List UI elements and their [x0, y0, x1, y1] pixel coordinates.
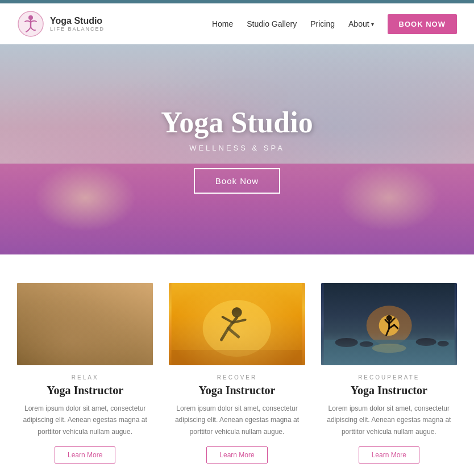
svg-point-24	[359, 341, 373, 347]
svg-rect-6	[117, 283, 125, 365]
svg-rect-17	[172, 350, 302, 365]
nav-link-home[interactable]: Home	[212, 19, 233, 28]
svg-point-26	[437, 341, 448, 346]
card-1-tag: RELAX	[72, 374, 99, 381]
navbar: Yoga Studio LIFE BALANCED Home Studio Ga…	[0, 3, 474, 44]
svg-point-23	[335, 338, 357, 347]
card-2-illustration	[169, 283, 305, 365]
nav-link-studio-gallery[interactable]: Studio Gallery	[247, 19, 297, 28]
card-3: RECOUPERATE Yoga Instructor Lorem ipsum …	[321, 283, 457, 464]
card-2: RECOVER Yoga Instructor Lorem ipsum dolo…	[169, 283, 305, 464]
hero-hands-left	[34, 164, 136, 232]
card-1: RELAX Yoga Instructor Lorem ipsum dolor …	[17, 283, 153, 464]
svg-line-15	[222, 328, 228, 340]
cards-section: RELAX Yoga Instructor Lorem ipsum dolor …	[0, 254, 474, 476]
svg-line-14	[233, 320, 246, 323]
card-3-desc: Lorem ipsum dolor sit amet, consectetur …	[321, 403, 457, 437]
card-3-title: Yoga Instructor	[351, 384, 427, 397]
svg-rect-4	[20, 283, 151, 365]
svg-line-16	[228, 328, 239, 337]
card-1-desc: Lorem ipsum dolor sit amet, consectetur …	[17, 403, 153, 437]
svg-point-25	[415, 338, 436, 346]
nav-link-pricing[interactable]: Pricing	[310, 19, 335, 28]
logo-title: Yoga Studio	[50, 16, 105, 26]
card-3-tag: RECOUPERATE	[358, 374, 419, 381]
card-image-3	[321, 283, 457, 365]
hero-hands-right	[338, 164, 440, 232]
cards-grid: RELAX Yoga Instructor Lorem ipsum dolor …	[17, 283, 457, 464]
card-image-1	[17, 283, 153, 365]
svg-rect-21	[323, 340, 454, 365]
svg-point-11	[232, 307, 242, 318]
svg-point-8	[59, 307, 72, 321]
svg-line-12	[228, 318, 237, 328]
card-3-illustration	[321, 283, 457, 365]
svg-point-22	[372, 344, 406, 353]
book-now-button[interactable]: BOOK NOW	[388, 14, 457, 34]
card-1-illustration	[17, 283, 153, 365]
card-2-title: Yoga Instructor	[198, 384, 275, 397]
hero-book-button[interactable]: Book Now	[194, 168, 280, 194]
logo-icon	[17, 10, 44, 37]
logo-subtitle: LIFE BALANCED	[50, 26, 105, 32]
hero-section: Yoga Studio WELLNESS & SPA Book Now	[0, 44, 474, 254]
card-2-learn-more-button[interactable]: Learn More	[206, 446, 267, 464]
logo-area: Yoga Studio LIFE BALANCED	[17, 10, 105, 37]
nav-links: Home Studio Gallery Pricing About ▾ BOOK…	[212, 14, 457, 34]
card-image-2	[169, 283, 305, 365]
card-1-learn-more-button[interactable]: Learn More	[55, 446, 115, 464]
svg-rect-5	[99, 283, 111, 365]
nav-link-about[interactable]: About ▾	[348, 19, 374, 28]
logo-text-group: Yoga Studio LIFE BALANCED	[50, 16, 105, 32]
svg-point-10	[203, 300, 271, 357]
hero-content: Yoga Studio WELLNESS & SPA Book Now	[161, 106, 313, 194]
card-1-title: Yoga Instructor	[47, 384, 123, 397]
hero-title: Yoga Studio	[161, 106, 313, 139]
svg-rect-7	[20, 328, 151, 365]
svg-line-13	[223, 317, 233, 323]
chevron-down-icon: ▾	[371, 21, 374, 27]
card-2-desc: Lorem ipsum dolor sit amet, consectetur …	[169, 403, 305, 437]
svg-rect-9	[172, 283, 302, 365]
hero-subtitle: WELLNESS & SPA	[161, 144, 313, 152]
card-3-learn-more-button[interactable]: Learn More	[359, 446, 419, 464]
card-2-tag: RECOVER	[217, 374, 257, 381]
